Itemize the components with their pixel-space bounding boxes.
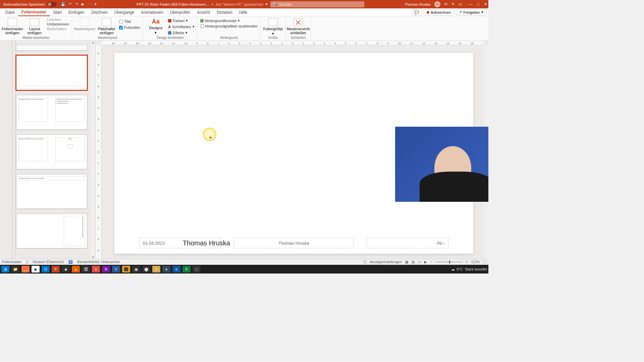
chrome-icon[interactable]: ◉ [32, 266, 40, 273]
group-size-label: Größe [263, 36, 283, 40]
search-input[interactable] [279, 2, 362, 6]
tab-einfuegen[interactable]: Einfügen [65, 8, 88, 16]
save-icon[interactable]: 💾 [61, 2, 65, 6]
close-master-button[interactable]: Masteransicht schließen [288, 17, 308, 35]
vlc-icon[interactable]: ▲ [72, 266, 80, 273]
status-language[interactable]: Deutsch (Österreich) [33, 260, 64, 264]
slide-size-button[interactable]: Foliengröße ▾ [263, 17, 283, 36]
layout-thumbnail[interactable] [16, 45, 87, 51]
autosave-toggle[interactable]: Automatisches Speichern [3, 2, 57, 7]
tab-uebergaenge[interactable]: Übergänge [111, 8, 138, 16]
maximize-icon[interactable]: □ [477, 2, 479, 6]
tab-folienmaster[interactable]: Folienmaster [18, 8, 50, 16]
qat-dropdown-icon[interactable]: ▾ [95, 2, 97, 6]
obs-icon[interactable]: ⬤ [142, 266, 150, 273]
layout-thumbnail-selected[interactable] [16, 55, 87, 90]
group-design-label: Design bearbeiten [146, 36, 194, 40]
title-dropdown-icon[interactable]: ▾ [266, 2, 268, 6]
insert-placeholder-button[interactable]: Platzhalter einfügen [97, 17, 116, 35]
zoom-in-icon[interactable]: + [466, 260, 468, 264]
view-normal-icon[interactable]: ▦ [405, 260, 408, 264]
user-name-label[interactable]: Thomas Hruska [405, 2, 431, 6]
minimize-icon[interactable]: — [469, 2, 472, 6]
present-icon[interactable]: ▶ [82, 2, 84, 6]
app-icon[interactable]: 🖼 [82, 266, 90, 273]
outlook-icon[interactable]: O [42, 266, 50, 273]
view-reading-icon[interactable]: ▭ [418, 260, 421, 264]
app-icon[interactable]: ⬛ [122, 266, 130, 273]
title-checkbox[interactable]: Titel [119, 19, 140, 23]
layout-thumbnail[interactable]: Mastertitelformat bearbeiten [16, 214, 87, 248]
user-avatar[interactable]: TH [434, 1, 440, 7]
colors-dropdown[interactable]: Farben ▾ [168, 18, 194, 23]
redo-icon[interactable]: ↷ [75, 2, 78, 6]
tab-start[interactable]: Start [50, 8, 65, 16]
effects-dropdown[interactable]: Effekte ▾ [168, 30, 194, 35]
status-accessibility[interactable]: Barrierefreiheit: Untersuchen [77, 260, 120, 264]
firefox-icon[interactable]: 🦊 [21, 266, 30, 273]
app-icon[interactable]: ● [152, 266, 160, 273]
save-status[interactable]: Auf "diesem PC" gespeichert [216, 2, 263, 6]
footer-checkbox[interactable]: Fußzeilen [119, 25, 140, 29]
edge-icon[interactable]: e [172, 266, 180, 273]
visio-icon[interactable]: V [112, 266, 120, 273]
fonts-dropdown[interactable]: ASchriftarten ▾ [168, 24, 194, 29]
weather-widget[interactable]: ☁ 6°C Stark bewölkt [451, 267, 487, 272]
toggle-switch-icon[interactable] [47, 2, 57, 7]
thumb-text: Mastertitelformat bearbeiten [19, 177, 45, 179]
tab-ansicht[interactable]: Ansicht [194, 8, 213, 16]
tab-dictation[interactable]: Dictation [213, 8, 236, 16]
hide-bg-checkbox[interactable]: Hintergrundgrafiken ausblenden [200, 24, 258, 28]
footer-placeholder[interactable]: Thomas Hruska [234, 238, 354, 248]
more-icon[interactable]: ⋯ [88, 2, 91, 6]
layout-thumbnail[interactable]: Mastertitelformat bearbeiten Bild [16, 134, 87, 169]
file-explorer-icon[interactable]: 📁 [11, 266, 19, 273]
tab-ueberpruefen[interactable]: Überprüfen [167, 8, 194, 16]
rename-button[interactable]: Umbenennen [47, 22, 69, 26]
excel-icon[interactable]: X [182, 266, 191, 273]
close-icon[interactable]: ✕ [484, 2, 487, 6]
comments-icon[interactable]: 💬 [412, 9, 422, 16]
zoom-level[interactable]: 111% [471, 260, 480, 264]
share-button[interactable]: ↗Freigeben▾ [456, 9, 486, 15]
layout-thumbnail[interactable]: Mastertitelformat bearbeiten [16, 174, 87, 209]
record-button[interactable]: Aufzeichnen [424, 9, 454, 15]
tab-animationen[interactable]: Animationen [138, 8, 167, 16]
coming-soon-icon[interactable]: ✎ [451, 2, 454, 6]
app-icon[interactable]: ▣ [132, 266, 140, 273]
chevron-down-icon: ▾ [155, 31, 157, 35]
sync-icon[interactable]: ⟳ [444, 2, 447, 6]
designs-button[interactable]: Aa Designs ▾ [146, 17, 165, 35]
onenote-icon[interactable]: N [102, 266, 110, 273]
fit-window-icon[interactable]: ⛶ [483, 260, 486, 264]
app-icon[interactable]: ▢ [193, 266, 201, 273]
start-button[interactable]: ⊞ [1, 266, 9, 273]
master-layout-label: Masterlayout [74, 27, 95, 31]
date-placeholder[interactable]: 01.04.2023 Thomas Hruska [139, 238, 221, 248]
slide-number-placeholder[interactable]: ‹Nr.› [367, 238, 448, 248]
layout-thumbnail[interactable]: Mastertitelformat bearbeiten • Mastertex… [16, 95, 87, 130]
powerpoint-icon[interactable]: P [52, 266, 60, 273]
zoom-slider[interactable] [436, 261, 463, 262]
tab-hilfe[interactable]: Hilfe [236, 8, 251, 16]
app-icon[interactable]: ● [92, 266, 100, 273]
zoom-out-icon[interactable]: − [430, 260, 432, 264]
app-icon[interactable]: ◆ [62, 266, 70, 273]
tab-datei[interactable]: Datei [2, 8, 18, 16]
view-slideshow-icon[interactable]: ▶ [424, 260, 427, 264]
status-display[interactable]: Anzeigeeinstellungen [370, 260, 402, 264]
document-title[interactable]: PPT 01 Roter Faden 003 Folien-Nummern... [137, 2, 209, 6]
ribbon-mode-icon[interactable]: ▭ [459, 2, 462, 6]
bg-formats-dropdown[interactable]: Hintergrundformate ▾ [200, 18, 258, 23]
app-icon[interactable]: ● [162, 266, 170, 273]
thumbnail-scrollbar[interactable]: ▴▾ [91, 41, 95, 259]
search-box[interactable]: 🔍 [270, 1, 364, 7]
view-sorter-icon[interactable]: ▤ [412, 260, 415, 264]
footer-chk-label: Fußzeilen [124, 25, 140, 29]
tab-zeichnen[interactable]: Zeichnen [88, 8, 111, 16]
masterlayout-icon [80, 18, 89, 26]
insert-slidemaster-button[interactable]: Folienmaster einfügen [3, 17, 22, 35]
status-mode[interactable]: Folienmaster [2, 260, 21, 264]
undo-icon[interactable]: ↶ [69, 2, 72, 6]
insert-layout-button[interactable]: Layout einfügen [25, 17, 44, 35]
